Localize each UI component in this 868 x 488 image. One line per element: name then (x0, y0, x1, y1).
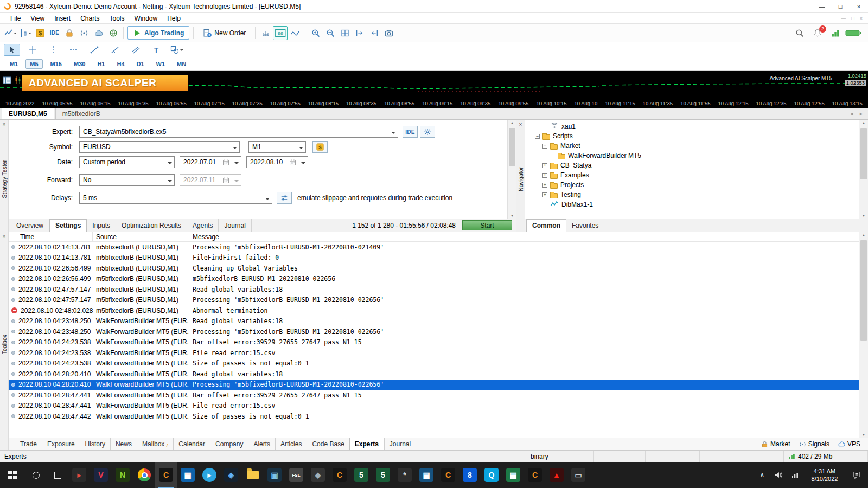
expand-plus-icon[interactable]: + (542, 173, 547, 178)
search-button[interactable] (792, 26, 807, 40)
task-view-button[interactable] (47, 462, 68, 488)
taskbar-app-mt5-2[interactable]: C (329, 462, 350, 488)
screenshot-button[interactable] (381, 26, 396, 40)
toolbox-scrollbar[interactable]: ▲ ▼ (859, 232, 868, 438)
tick-chart-button[interactable] (258, 26, 273, 40)
taskbar-app-pdf[interactable]: ▲ (546, 462, 567, 488)
scrollbar-thumb[interactable] (860, 128, 867, 179)
collapse-minus-icon[interactable]: − (542, 144, 547, 149)
action-center-icon[interactable] (847, 462, 866, 488)
navigator-item-projects[interactable]: +Projects (525, 180, 859, 190)
tray-expand-icon[interactable]: ∧ (755, 462, 770, 488)
symbol-properties-button[interactable]: $ (312, 141, 328, 153)
tester-tab-inputs[interactable]: Inputs (87, 219, 116, 232)
log-row[interactable]: 2022.08.10 02:47:57.147m5bfixedlorB (EUR… (9, 295, 859, 306)
toolbox-tab-history[interactable]: History (80, 438, 110, 450)
timeframe-mn[interactable]: MN (173, 59, 190, 69)
taskbar-app-blue-grid[interactable]: ▦ (177, 462, 199, 488)
column-source[interactable]: Source (93, 232, 189, 241)
toolbox-tab-code-base[interactable]: Code Base (307, 438, 349, 450)
date-to-field[interactable]: 2022.08.10 (246, 156, 308, 168)
crosshair-tool[interactable] (24, 44, 41, 56)
timeframe-w1[interactable]: W1 (152, 59, 170, 69)
tester-tab-optimization-results[interactable]: Optimization Results (116, 219, 187, 232)
taskbar-app-excel5a[interactable]: 5 (350, 462, 372, 488)
menu-window[interactable]: Window (130, 13, 163, 23)
quotes-table-icon[interactable] (3, 76, 11, 85)
chart-window-button[interactable] (18, 26, 33, 40)
trendline-angle-tool[interactable] (107, 44, 123, 56)
taskbar-app-mt5-4[interactable]: C (524, 462, 546, 488)
taskbar-app-chrome[interactable] (133, 462, 155, 488)
expert-combo[interactable]: CB_Statya\m5bfixedlorB.ex5 (79, 126, 398, 138)
new-order-button[interactable]: New Order (197, 26, 251, 40)
ide-button[interactable]: IDE (403, 126, 418, 138)
market-watch-button[interactable]: $ (33, 26, 47, 40)
scroll-tabs-left-icon[interactable]: ◄ (849, 111, 854, 117)
taskbar-app-explorer[interactable] (242, 462, 264, 488)
menu-help[interactable]: Help (162, 13, 186, 23)
tester-tab-agents[interactable]: Agents (187, 219, 219, 232)
zoom-out-button[interactable] (323, 26, 337, 40)
start-button[interactable]: Start (462, 220, 512, 230)
toolbox-tab-articles[interactable]: Articles (275, 438, 307, 450)
tester-tab-journal[interactable]: Journal (219, 219, 251, 232)
close-toolbox-icon[interactable]: × (3, 234, 6, 241)
timeframe-m15[interactable]: M15 (46, 59, 66, 69)
toolbox-tab-company[interactable]: Company (210, 438, 248, 450)
taskbar-app-q[interactable]: Q (481, 462, 502, 488)
close-navigator-icon[interactable]: × (519, 121, 522, 129)
community-button[interactable] (106, 26, 120, 40)
taskbar-search-button[interactable] (25, 462, 47, 488)
expand-plus-icon[interactable]: + (542, 183, 547, 188)
log-row[interactable]: 2022.08.10 02:47:57.147m5bfixedlorB (EUR… (9, 284, 859, 295)
scroll-down-icon[interactable]: ▼ (510, 214, 514, 217)
menu-insert[interactable]: Insert (49, 13, 75, 23)
toolbox-tab-mailbox[interactable]: Mailbox7 (137, 438, 173, 450)
close-button[interactable]: × (850, 0, 868, 12)
taskbar-app-vivaldi[interactable]: V (90, 462, 112, 488)
menu-view[interactable]: View (25, 13, 49, 23)
close-tester-icon[interactable]: × (3, 121, 6, 129)
timeframe-d1[interactable]: D1 (132, 59, 149, 69)
chart-shift-button[interactable] (352, 26, 367, 40)
collapse-minus-icon[interactable]: − (535, 134, 540, 139)
date-from-field[interactable]: 2022.07.01 (180, 156, 241, 168)
log-row[interactable]: 2022.08.10 02:14:13.781m5bfixedlorB (EUR… (9, 253, 859, 264)
mdi-restore-icon[interactable]: □ (851, 16, 854, 21)
signals-button[interactable] (76, 26, 91, 40)
navigator-scrollbar[interactable]: ▲ ▼ (859, 120, 868, 219)
security-button[interactable] (62, 26, 76, 40)
cursor-tool[interactable] (4, 44, 20, 56)
metaeditor-button[interactable]: IDE (47, 26, 62, 40)
menu-tools[interactable]: Tools (105, 13, 130, 23)
tester-tab-settings[interactable]: Settings (49, 219, 87, 232)
toolbox-tab-calendar[interactable]: Calendar (173, 438, 210, 450)
scroll-down-icon[interactable]: ▼ (862, 214, 866, 217)
log-row[interactable]: 2022.08.10 04:23:48.250WalkForwardBuilde… (9, 316, 859, 327)
navigator-item-cb-statya[interactable]: +CB_Statya (525, 160, 859, 170)
log-row[interactable]: 2022.08.10 04:24:23.538WalkForwardBuilde… (9, 348, 859, 358)
tick-wave-button[interactable] (288, 26, 302, 40)
tester-tab-overview[interactable]: Overview (11, 219, 49, 232)
maximize-button[interactable]: □ (831, 0, 850, 12)
log-row[interactable]: 2022.08.10 04:24:23.538WalkForwardBuilde… (9, 358, 859, 369)
tile-windows-button[interactable] (337, 26, 352, 40)
chart-autoscroll-button[interactable] (367, 26, 381, 40)
scroll-tabs-right-icon[interactable]: ► (859, 111, 864, 117)
start-button-windows[interactable] (0, 462, 25, 488)
mdi-close-icon[interactable]: × (860, 16, 863, 21)
log-row[interactable]: 2022.08.10 04:28:47.441WalkForwardBuilde… (9, 401, 859, 412)
chart-type-button[interactable] (3, 26, 18, 40)
timeframe-m30[interactable]: M30 (69, 59, 90, 69)
navigator-item-examples[interactable]: +Examples (525, 170, 859, 180)
taskbar-app-notepad[interactable]: N (112, 462, 133, 488)
horizontal-line-tool[interactable] (66, 44, 82, 56)
log-row[interactable]: 2022.08.10 02:14:13.781m5bfixedlorB (EUR… (9, 242, 859, 253)
scroll-down-icon[interactable]: ▼ (862, 433, 866, 436)
algo-trading-button[interactable]: Algo Trading (127, 26, 189, 40)
log-row[interactable]: 2022.08.10 02:48:02.028m5bfixedlorB (EUR… (9, 305, 859, 316)
service-market[interactable]: Market (761, 440, 790, 448)
log-row[interactable]: 2022.08.10 04:28:20.410WalkForwardBuilde… (9, 380, 859, 390)
taskbar-app-gear[interactable]: * (394, 462, 416, 488)
